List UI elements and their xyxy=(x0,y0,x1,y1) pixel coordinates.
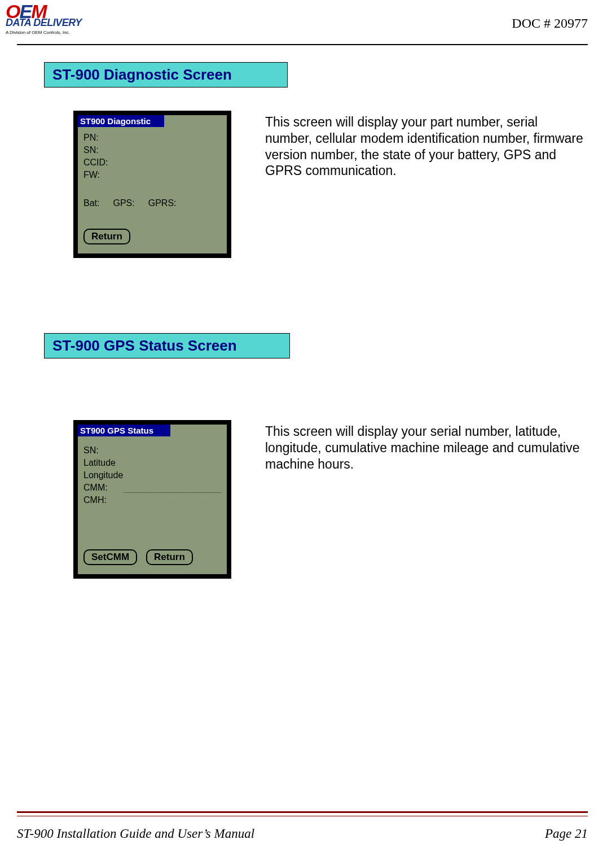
header-rule xyxy=(17,44,588,45)
gps-description: This screen will display your serial num… xyxy=(254,420,588,472)
lcd-titlebar-gps: ST900 GPS Status xyxy=(78,425,170,436)
section-diagnostic-row: ST900 Diagonstic PN: SN: CCID: FW: Bat: … xyxy=(73,111,588,258)
footer-title: ST-900 Installation Guide and User’s Man… xyxy=(17,827,254,841)
return-button-gps[interactable]: Return xyxy=(146,549,193,565)
section-title-gps-label: ST-900 GPS Status Screen xyxy=(52,337,237,354)
footer-rule-thin xyxy=(17,816,588,816)
setcmm-button[interactable]: SetCMM xyxy=(83,549,137,565)
lcd-body-gps: SN: Latitude Longitude CMM: CMH: xyxy=(78,436,227,549)
cmm-underline xyxy=(124,484,221,493)
field-cmm: CMM: xyxy=(83,483,108,493)
field-sn: SN: xyxy=(83,145,99,155)
logo: OEM DATA DELIVERY A Division of OEM Cont… xyxy=(6,3,82,35)
lcd-screen-gps: ST900 GPS Status SN: Latitude Longitude … xyxy=(78,425,227,574)
return-button[interactable]: Return xyxy=(83,229,130,244)
field-cmh: CMH: xyxy=(83,495,107,505)
footer-rule-thick xyxy=(17,811,588,813)
section-title-diagnostic-label: ST-900 Diagnostic Screen xyxy=(52,66,232,83)
lcd-titlebar-diagnostic: ST900 Diagonstic xyxy=(78,115,164,127)
doc-number: DOC # 20977 xyxy=(512,16,588,31)
field-gprs: GPRS: xyxy=(148,198,177,208)
field-bat: Bat: xyxy=(83,198,99,208)
lcd-button-bar-gps: SetCMM Return xyxy=(78,549,227,569)
diagnostic-description: This screen will display your part numbe… xyxy=(254,111,588,179)
page: OEM DATA DELIVERY A Division of OEM Cont… xyxy=(0,0,616,857)
section-title-diagnostic: ST-900 Diagnostic Screen xyxy=(44,62,288,88)
footer-page-number: Page 21 xyxy=(545,827,588,841)
field-longitude: Longitude xyxy=(83,470,123,480)
device-frame-diagnostic: ST900 Diagonstic PN: SN: CCID: FW: Bat: … xyxy=(73,111,231,258)
field-pn: PN: xyxy=(83,133,99,142)
device-frame-gps: ST900 GPS Status SN: Latitude Longitude … xyxy=(73,420,231,579)
logo-data-delivery: DATA DELIVERY xyxy=(6,17,82,29)
logo-subtitle: A Division of OEM Controls, Inc. xyxy=(6,30,82,35)
section-gps-row: ST900 GPS Status SN: Latitude Longitude … xyxy=(73,420,588,579)
lcd-body-diagnostic: PN: SN: CCID: FW: Bat: GPS: GPRS: xyxy=(78,127,227,229)
lcd-button-bar-diagnostic: Return xyxy=(78,229,227,248)
section-title-gps: ST-900 GPS Status Screen xyxy=(44,333,290,358)
field-ccid: CCID: xyxy=(83,158,108,167)
field-gps-sn: SN: xyxy=(83,445,99,455)
field-latitude: Latitude xyxy=(83,458,116,467)
field-fw: FW: xyxy=(83,170,100,180)
field-gps: GPS: xyxy=(113,198,134,208)
lcd-screen-diagnostic: ST900 Diagonstic PN: SN: CCID: FW: Bat: … xyxy=(78,115,227,253)
